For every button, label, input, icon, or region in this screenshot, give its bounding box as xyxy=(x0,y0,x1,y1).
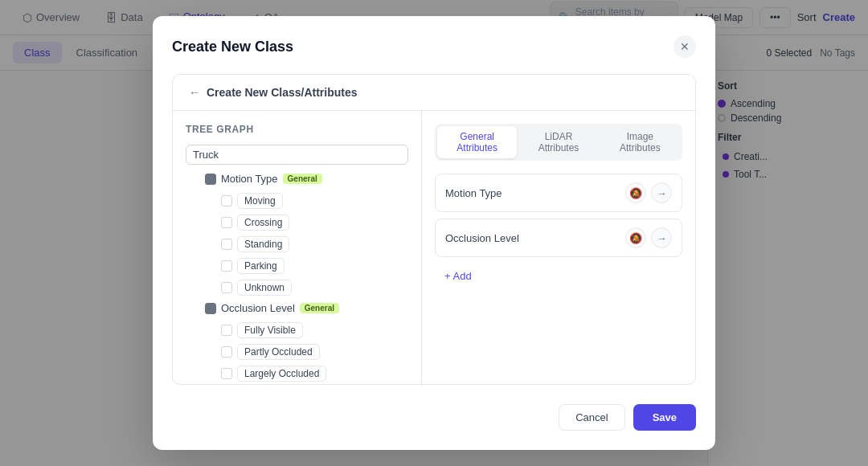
tree-root-label[interactable]: Truck xyxy=(186,145,408,165)
largely-occluded-checkbox[interactable] xyxy=(221,368,232,379)
tree-group-occlusion: Occlusion Level General Fully Visible Pa… xyxy=(200,299,408,384)
tree-item-largely-occluded[interactable]: Largely Occluded xyxy=(216,363,408,384)
tree-item-crossing[interactable]: Crossing xyxy=(216,212,408,233)
crossing-checkbox[interactable] xyxy=(221,217,232,228)
unknown-motion-checkbox[interactable] xyxy=(221,282,232,293)
attr-motion-type-actions: 🔕 → xyxy=(625,182,672,203)
save-button[interactable]: Save xyxy=(633,404,696,431)
dialog-footer: Cancel Save xyxy=(172,398,696,431)
tree-panel: Tree Graph Truck Motion Type General xyxy=(173,111,422,384)
dialog-title: Create New Class xyxy=(172,39,293,55)
attr-motion-type-mute-button[interactable]: 🔕 xyxy=(625,182,646,203)
back-button[interactable]: ← xyxy=(189,86,200,99)
tree-panel-title: Tree Graph xyxy=(186,124,408,135)
attr-occlusion-label: Occlusion Level xyxy=(445,232,519,244)
fully-visible-label: Fully Visible xyxy=(237,322,303,338)
cancel-button[interactable]: Cancel xyxy=(559,404,624,431)
unknown-motion-label: Unknown xyxy=(237,280,292,296)
arrow-right-icon-2: → xyxy=(657,232,667,244)
tree-group-motion-type: Motion Type General Moving Crossing Stan… xyxy=(200,170,408,298)
motion-type-checkbox[interactable] xyxy=(205,174,216,185)
tree-group-motion-type-header: Motion Type General xyxy=(200,170,408,188)
attribute-tabs: General Attributes LiDAR Attributes Imag… xyxy=(435,124,682,161)
mute-icon: 🔕 xyxy=(629,187,642,199)
occlusion-badge: General xyxy=(300,303,339,313)
standing-checkbox[interactable] xyxy=(221,239,232,250)
tab-general-attributes[interactable]: General Attributes xyxy=(437,126,517,158)
attribute-row-motion-type: Motion Type 🔕 → xyxy=(435,174,682,212)
create-new-class-dialog: Create New Class ✕ ← Create New Class/At… xyxy=(153,16,715,450)
tree-item-fully-visible[interactable]: Fully Visible xyxy=(216,320,408,341)
largely-occluded-label: Largely Occluded xyxy=(237,366,326,382)
attr-motion-type-label: Motion Type xyxy=(445,187,502,199)
motion-type-badge: General xyxy=(283,174,322,184)
close-dialog-button[interactable]: ✕ xyxy=(674,35,696,58)
attr-occlusion-arrow-button[interactable]: → xyxy=(651,227,672,248)
partly-occluded-label: Partly Occluded xyxy=(237,344,320,360)
arrow-right-icon: → xyxy=(657,187,667,199)
moving-checkbox[interactable] xyxy=(221,195,232,206)
standing-label: Standing xyxy=(237,236,289,252)
attr-occlusion-actions: 🔕 → xyxy=(625,227,672,248)
occlusion-checkbox[interactable] xyxy=(205,303,216,314)
tree-item-partly-occluded[interactable]: Partly Occluded xyxy=(216,341,408,362)
tab-lidar-attributes[interactable]: LiDAR Attributes xyxy=(518,126,598,158)
crossing-label: Crossing xyxy=(237,215,289,231)
fully-visible-checkbox[interactable] xyxy=(221,325,232,336)
partly-occluded-checkbox[interactable] xyxy=(221,346,232,358)
tree-item-moving[interactable]: Moving xyxy=(216,190,408,211)
tree-root-node: Truck xyxy=(186,145,408,165)
parking-checkbox[interactable] xyxy=(221,260,232,272)
inner-dialog-body: Tree Graph Truck Motion Type General xyxy=(173,111,695,384)
add-attribute-row[interactable]: + Add xyxy=(435,264,682,288)
add-attribute-label: + Add xyxy=(444,270,472,282)
tree-item-parking[interactable]: Parking xyxy=(216,255,408,276)
attributes-panel: General Attributes LiDAR Attributes Imag… xyxy=(422,111,695,384)
tab-image-attributes[interactable]: Image Attributes xyxy=(600,126,680,158)
root-node-text: Truck xyxy=(193,149,219,161)
inner-dialog: ← Create New Class/Attributes Tree Graph… xyxy=(172,74,696,385)
motion-type-group-label: Motion Type xyxy=(221,173,278,185)
moving-label: Moving xyxy=(237,193,283,209)
dialog-header: Create New Class ✕ xyxy=(172,35,696,58)
attribute-row-occlusion-level: Occlusion Level 🔕 → xyxy=(435,219,682,257)
inner-dialog-title: Create New Class/Attributes xyxy=(207,86,358,99)
attr-occlusion-mute-button[interactable]: 🔕 xyxy=(625,227,646,248)
inner-dialog-header: ← Create New Class/Attributes xyxy=(173,75,695,111)
tree-item-standing[interactable]: Standing xyxy=(216,234,408,255)
occlusion-group-label: Occlusion Level xyxy=(221,302,295,314)
tree-item-unknown-motion[interactable]: Unknown xyxy=(216,277,408,298)
tree-group-occlusion-header: Occlusion Level General xyxy=(200,299,408,317)
parking-label: Parking xyxy=(237,258,285,274)
attr-motion-type-arrow-button[interactable]: → xyxy=(651,182,672,203)
mute-icon-2: 🔕 xyxy=(629,232,642,244)
